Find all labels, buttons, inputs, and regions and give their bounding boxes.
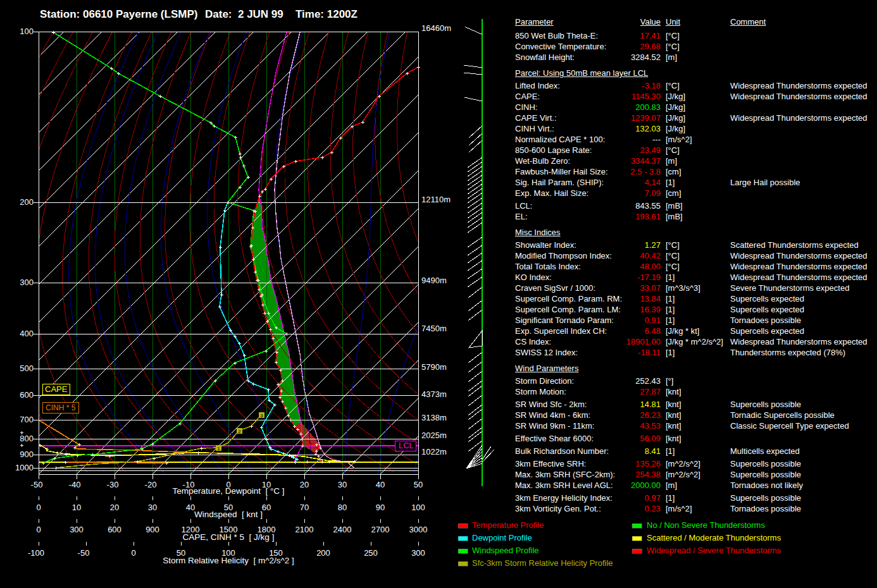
svg-text:1: 1 [217, 446, 220, 451]
svg-text:3: 3 [260, 413, 263, 419]
svg-text:2: 2 [238, 429, 241, 434]
